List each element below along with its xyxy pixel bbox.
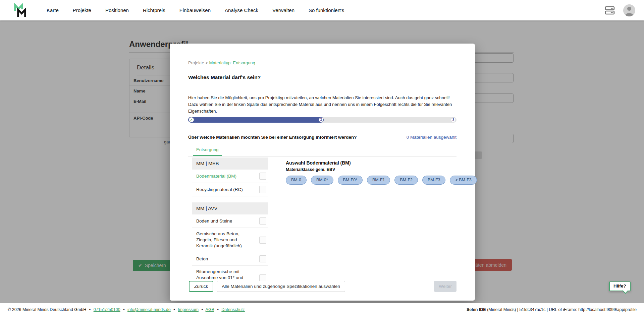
progress-step-2: 2: [319, 117, 324, 122]
material-checkbox[interactable]: [259, 173, 266, 180]
selection-panel-subtitle: Materialklasse gem. EBV: [286, 167, 460, 172]
material-list: MM | MEB Bodenmaterial (BM) Recyclingmat…: [192, 157, 268, 290]
pill-bm-0s[interactable]: BM-0*: [311, 176, 333, 185]
footer-link-phone[interactable]: 07151/250100: [94, 307, 120, 312]
mineral-minds-logo[interactable]: [13, 3, 28, 17]
progress-bar: ✓ 2 3: [188, 117, 457, 123]
pill-gt-bm-f3[interactable]: > BM-F3: [450, 176, 477, 185]
copyright-text: © 2026 Mineral Minds Deutschland GmbH: [8, 307, 86, 312]
pill-bm-f1[interactable]: BM-F1: [367, 176, 390, 185]
footer-separator: •: [173, 307, 175, 312]
footer-link-email[interactable]: info@mineral-minds.de: [127, 307, 171, 312]
app-footer: © 2026 Mineral Minds Deutschland GmbH • …: [0, 303, 644, 316]
server-icon[interactable]: [604, 5, 615, 15]
pill-bm-f2[interactable]: BM-F2: [394, 176, 418, 185]
pill-bm-f3[interactable]: BM-F3: [422, 176, 446, 185]
footer-separator: •: [89, 307, 91, 312]
material-label: Recyclingmaterial (RC): [196, 187, 251, 193]
footer-ide-label: Selen IDE: [467, 307, 486, 312]
material-checkbox[interactable]: [259, 217, 266, 225]
nav-projekte[interactable]: Projekte: [73, 7, 91, 13]
material-label: Bodenmaterial (BM): [196, 173, 251, 179]
material-row-beton[interactable]: Beton: [192, 252, 268, 266]
material-class-pills: BM-0 BM-0* BM-F0* BM-F1 BM-F2 BM-F3 > BM…: [286, 176, 460, 185]
nav-analyse-check[interactable]: Analyse Check: [225, 7, 258, 13]
material-row-recyclingmaterial[interactable]: Recyclingmaterial (RC): [192, 183, 268, 196]
selected-materials-count: 0 Materialien ausgewählt: [407, 135, 457, 140]
nav-richtpreis[interactable]: Richtpreis: [143, 7, 165, 13]
footer-link-datenschutz[interactable]: Datenschutz: [221, 307, 245, 312]
selection-panel-title: Auswahl Bodenmaterial (BM): [286, 160, 460, 166]
avatar-body-icon: [625, 13, 633, 16]
group-header-mm-avv: MM | AVV: [192, 202, 268, 214]
next-button[interactable]: Weiter: [434, 281, 457, 292]
progress-bar-fill: [188, 117, 324, 123]
footer-separator: •: [123, 307, 124, 312]
group-header-mm-meb: MM | MEB: [192, 157, 268, 170]
footer-left: © 2026 Mineral Minds Deutschland GmbH • …: [8, 307, 245, 312]
back-button[interactable]: Zurück: [189, 281, 213, 292]
breadcrumb-projekte[interactable]: Projekte: [188, 60, 204, 65]
footer-separator: •: [201, 307, 203, 312]
material-label: Boden und Steine: [196, 218, 251, 224]
material-label: Beton: [196, 256, 251, 262]
nav-einbauweisen[interactable]: Einbauweisen: [179, 7, 211, 13]
material-checkbox[interactable]: [259, 237, 266, 244]
material-label: Gemische aus Beton, Ziegeln, Fliesen und…: [196, 231, 251, 249]
main-nav: Karte Projekte Positionen Richtpreis Ein…: [47, 7, 344, 13]
breadcrumb: Projekte > Materialtyp: Entsorgung: [188, 60, 255, 65]
breadcrumb-separator: >: [204, 60, 209, 65]
nav-positionen[interactable]: Positionen: [105, 7, 129, 13]
top-navigation: Karte Projekte Positionen Richtpreis Ein…: [0, 0, 644, 20]
tab-bar: Entsorgung: [188, 145, 457, 156]
breadcrumb-current: Materialtyp: Entsorgung: [209, 60, 255, 65]
footer-link-agb[interactable]: AGB: [206, 307, 214, 312]
material-row-bodenmaterial[interactable]: Bodenmaterial (BM): [192, 170, 268, 183]
progress-step-1-check-icon: ✓: [189, 117, 194, 122]
materials-question: Über welche Materialien möchten Sie bei …: [188, 135, 357, 140]
material-selection-modal: Projekte > Materialtyp: Entsorgung Welch…: [170, 44, 475, 301]
app-root: Anwenderprofil Details Benutzername Name…: [0, 0, 644, 316]
modal-title: Welches Material darf's sein?: [188, 74, 261, 80]
help-button[interactable]: Hilfe?: [609, 281, 631, 291]
tab-entsorgung[interactable]: Entsorgung: [193, 145, 222, 156]
nav-verwalten[interactable]: Verwalten: [272, 7, 294, 13]
footer-separator: •: [217, 307, 218, 312]
nav-so-funktionierts[interactable]: So funktioniert's: [309, 7, 344, 13]
selection-panel: Auswahl Bodenmaterial (BM) Materialklass…: [286, 160, 460, 185]
modal-description: Hier haben Sie die Möglichkeit, uns pro …: [188, 94, 457, 115]
footer-right: Selen IDE (Mineral Minds) | 51fdc347ac1c…: [467, 307, 637, 312]
select-all-button[interactable]: Alle Materialien und zugehörige Spezifik…: [217, 281, 345, 292]
avatar-head-icon: [627, 7, 631, 11]
material-row-boden-und-steine[interactable]: Boden und Steine: [192, 214, 268, 228]
material-checkbox[interactable]: [259, 274, 266, 281]
material-checkbox[interactable]: [259, 255, 266, 262]
footer-ide-info: (Mineral Minds) | 51fdc347ac1c | URL of …: [486, 307, 637, 312]
pill-bm-f0s[interactable]: BM-F0*: [338, 176, 363, 185]
material-checkbox[interactable]: [259, 186, 266, 193]
nav-karte[interactable]: Karte: [47, 7, 59, 13]
progress-step-3: 3: [451, 117, 456, 122]
pill-bm-0[interactable]: BM-0: [286, 176, 307, 185]
material-row-gemische[interactable]: Gemische aus Beton, Ziegeln, Fliesen und…: [192, 228, 268, 252]
user-avatar[interactable]: [623, 4, 635, 16]
footer-link-impressum[interactable]: Impressum: [178, 307, 199, 312]
